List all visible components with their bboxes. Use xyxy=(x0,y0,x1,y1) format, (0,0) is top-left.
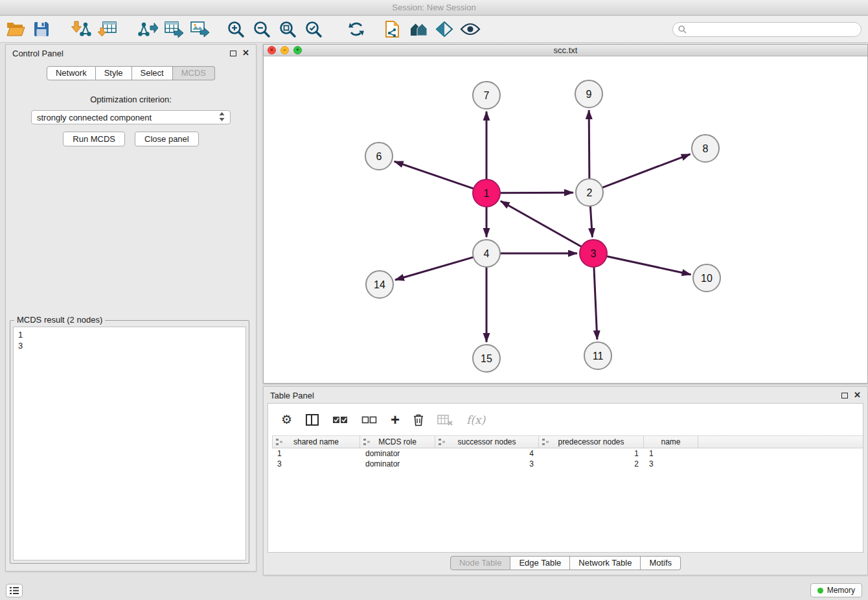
close-panel-button[interactable]: Close panel xyxy=(135,132,199,146)
run-mcds-button[interactable]: Run MCDS xyxy=(63,132,125,146)
main-toolbar xyxy=(0,16,868,43)
search-box[interactable] xyxy=(672,22,862,37)
cell-name[interactable]: 3 xyxy=(644,459,698,469)
edge-1-6[interactable] xyxy=(394,161,474,189)
table-header-row: shared name MCDS role successor nodes xyxy=(272,435,863,448)
node-15[interactable]: 15 xyxy=(473,345,500,372)
cell-successor-nodes[interactable]: 3 xyxy=(435,459,539,469)
tab-motifs[interactable]: Motifs xyxy=(641,556,681,570)
table-settings-button[interactable]: ⚙ xyxy=(281,413,292,426)
edge-3-11[interactable] xyxy=(594,267,597,340)
search-input[interactable] xyxy=(690,25,856,34)
zoom-fit-button[interactable] xyxy=(275,17,301,41)
node-11[interactable]: 11 xyxy=(584,342,611,369)
table-row[interactable]: 3 dominator 3 2 3 xyxy=(272,459,863,469)
delete-table-button[interactable] xyxy=(437,414,453,426)
tab-edge-table[interactable]: Edge Table xyxy=(510,556,570,570)
close-table-panel-icon[interactable]: ✕ xyxy=(854,392,861,398)
mcds-result-list[interactable]: 1 3 xyxy=(13,327,246,560)
cell-shared-name[interactable]: 1 xyxy=(272,448,360,459)
column-header-shared-name[interactable]: shared name xyxy=(272,436,360,448)
criterion-select[interactable]: strongly connected component xyxy=(31,110,231,124)
import-network-button[interactable] xyxy=(69,17,95,41)
refresh-layout-button[interactable] xyxy=(343,17,369,41)
node-3[interactable]: 3 xyxy=(580,240,607,267)
home-button[interactable] xyxy=(405,17,431,41)
tab-select[interactable]: Select xyxy=(132,66,173,80)
cell-shared-name[interactable]: 3 xyxy=(272,459,360,469)
node-7[interactable]: 7 xyxy=(473,82,500,109)
cell-successor-nodes[interactable]: 4 xyxy=(435,448,539,459)
node-6[interactable]: 6 xyxy=(365,143,393,170)
add-column-button[interactable]: + xyxy=(391,413,400,426)
svg-text:8: 8 xyxy=(703,143,709,154)
eye-button[interactable] xyxy=(457,17,483,41)
column-header-successor-nodes[interactable]: successor nodes xyxy=(435,436,539,448)
share-document-button[interactable] xyxy=(380,17,405,41)
select-stepper-icon xyxy=(219,112,225,123)
delete-column-button[interactable] xyxy=(413,413,424,426)
window-maximize-button[interactable]: + xyxy=(293,46,302,54)
export-image-button[interactable] xyxy=(187,17,212,41)
eye-icon xyxy=(460,22,481,36)
plus-icon: + xyxy=(391,413,400,426)
memory-button[interactable]: Memory xyxy=(810,583,862,597)
edge-3-10[interactable] xyxy=(607,256,691,274)
svg-text:4: 4 xyxy=(484,248,490,259)
edge-2-8[interactable] xyxy=(602,154,691,188)
trash-icon xyxy=(413,413,424,426)
graphics-details-button[interactable] xyxy=(431,17,457,41)
zoom-in-button[interactable] xyxy=(223,17,249,41)
node-9[interactable]: 9 xyxy=(575,80,602,108)
window-title: Session: New Session xyxy=(392,3,475,12)
zoom-selected-button[interactable] xyxy=(301,17,326,41)
cell-predecessor-nodes[interactable]: 1 xyxy=(539,448,644,459)
node-8[interactable]: 8 xyxy=(692,135,719,162)
window-close-button[interactable]: × xyxy=(268,46,276,54)
tab-network[interactable]: Network xyxy=(47,66,96,80)
cell-mcds-role[interactable]: dominator xyxy=(360,448,435,459)
column-header-mcds-role[interactable]: MCDS role xyxy=(360,436,435,448)
tab-mcds[interactable]: MCDS xyxy=(173,66,215,80)
deselect-all-button[interactable] xyxy=(361,415,377,425)
home-icon xyxy=(408,21,429,38)
edge-2-3[interactable] xyxy=(590,206,592,237)
save-session-button[interactable] xyxy=(29,17,54,41)
column-header-name[interactable]: name xyxy=(644,436,698,448)
export-network-button[interactable] xyxy=(135,17,161,41)
edge-4-14[interactable] xyxy=(395,257,474,280)
table-panel: Table Panel ✕ ⚙ xyxy=(263,386,868,575)
node-10[interactable]: 10 xyxy=(693,264,720,292)
float-table-panel-icon[interactable] xyxy=(841,393,848,398)
node-4[interactable]: 4 xyxy=(473,240,500,267)
node-2[interactable]: 2 xyxy=(576,179,603,206)
tab-node-table[interactable]: Node Table xyxy=(450,556,511,570)
table-row[interactable]: 1 dominator 4 1 1 xyxy=(272,448,863,459)
edge-3-1[interactable] xyxy=(501,201,582,246)
control-panel-tabs: Network Style Select MCDS xyxy=(6,66,256,80)
network-canvas[interactable]: 1234678910111415 xyxy=(264,56,867,383)
edge-1-2[interactable] xyxy=(500,192,573,193)
close-panel-icon[interactable]: ✕ xyxy=(242,50,249,56)
edge-2-9[interactable] xyxy=(589,110,589,179)
tab-style[interactable]: Style xyxy=(96,66,132,80)
function-builder-button[interactable]: f(x) xyxy=(466,413,485,426)
cell-name[interactable]: 1 xyxy=(644,448,698,459)
zoom-selected-icon xyxy=(304,20,323,38)
cell-mcds-role[interactable]: dominator xyxy=(360,459,435,469)
float-panel-icon[interactable] xyxy=(230,51,236,56)
column-panel-button[interactable] xyxy=(306,414,319,426)
open-file-button[interactable] xyxy=(3,17,29,41)
zoom-out-button[interactable] xyxy=(249,17,275,41)
cell-predecessor-nodes[interactable]: 2 xyxy=(539,459,644,469)
node-1[interactable]: 1 xyxy=(473,179,500,207)
window-minimize-button[interactable]: − xyxy=(280,46,289,54)
node-14[interactable]: 14 xyxy=(366,271,393,298)
select-all-button[interactable] xyxy=(332,415,348,425)
import-table-button[interactable] xyxy=(95,17,120,41)
task-history-button[interactable] xyxy=(6,584,23,597)
export-table-button[interactable] xyxy=(161,17,187,41)
tab-network-table[interactable]: Network Table xyxy=(570,556,641,570)
column-header-predecessor-nodes[interactable]: predecessor nodes xyxy=(539,436,644,448)
application-window: Session: New Session xyxy=(0,0,868,600)
